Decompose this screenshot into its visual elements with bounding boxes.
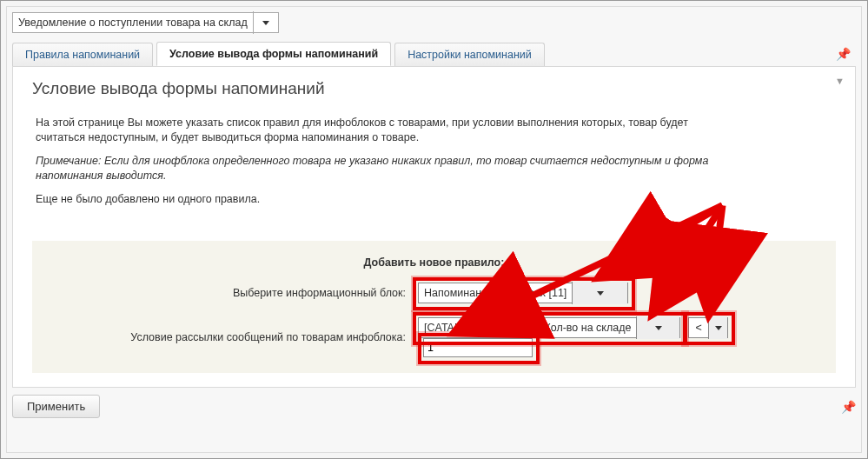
- svg-marker-1: [597, 291, 604, 296]
- help-desc-1: На этой странице Вы можете указать списо…: [36, 116, 713, 145]
- operator-select-value: <: [689, 320, 708, 336]
- chevron-down-icon: [708, 316, 728, 339]
- svg-marker-2: [655, 326, 662, 330]
- condition-panel: ▼ Условие вывода формы напоминаний На эт…: [12, 66, 856, 388]
- operator-select[interactable]: <: [688, 317, 728, 338]
- property-select-value: [CATALOG_QUANTITY] Кол-во на складе: [419, 320, 636, 336]
- panel-title: Условие вывода формы напоминаний: [32, 79, 836, 98]
- help-desc-2: Примечание: Если для инофблока определен…: [36, 154, 713, 183]
- value-input[interactable]: [423, 338, 533, 357]
- tab-rules[interactable]: Правила напоминаний: [12, 43, 153, 66]
- iblock-select-value: Напоминание о товарах [11]: [419, 285, 572, 301]
- chevron-down-icon: [636, 316, 679, 339]
- condition-label: Условие рассылки сообщений по товарам ин…: [36, 310, 413, 364]
- add-rule-block: Добавить новое правило: Выберите информа…: [32, 241, 836, 373]
- chevron-down-icon: [253, 11, 278, 34]
- apply-button[interactable]: Применить: [12, 395, 100, 418]
- help-text: На этой странице Вы можете указать списо…: [32, 110, 836, 220]
- help-desc-3: Еще не было добавлено ни одного правила.: [36, 192, 713, 207]
- svg-marker-3: [715, 326, 722, 330]
- svg-marker-0: [262, 21, 269, 25]
- tab-settings[interactable]: Настройки напоминаний: [394, 43, 545, 66]
- add-rule-heading: Добавить новое правило:: [36, 249, 832, 276]
- property-select[interactable]: [CATALOG_QUANTITY] Кол-во на складе: [418, 317, 680, 338]
- iblock-label: Выберите информационный блок:: [36, 276, 413, 310]
- iblock-select[interactable]: Напоминание о товарах [11]: [418, 283, 628, 303]
- pin-icon[interactable]: 📌: [836, 47, 851, 61]
- collapse-icon[interactable]: ▼: [835, 76, 845, 86]
- tabs: Правила напоминаний Условие вывода формы…: [12, 42, 856, 66]
- chevron-down-icon: [572, 282, 627, 304]
- notification-type-value: Уведомление о поступлении товара на скла…: [13, 15, 253, 30]
- tab-condition[interactable]: Условие вывода формы напоминаний: [156, 42, 391, 66]
- notification-type-select[interactable]: Уведомление о поступлении товара на скла…: [12, 12, 279, 33]
- pin-icon[interactable]: 📌: [841, 400, 856, 414]
